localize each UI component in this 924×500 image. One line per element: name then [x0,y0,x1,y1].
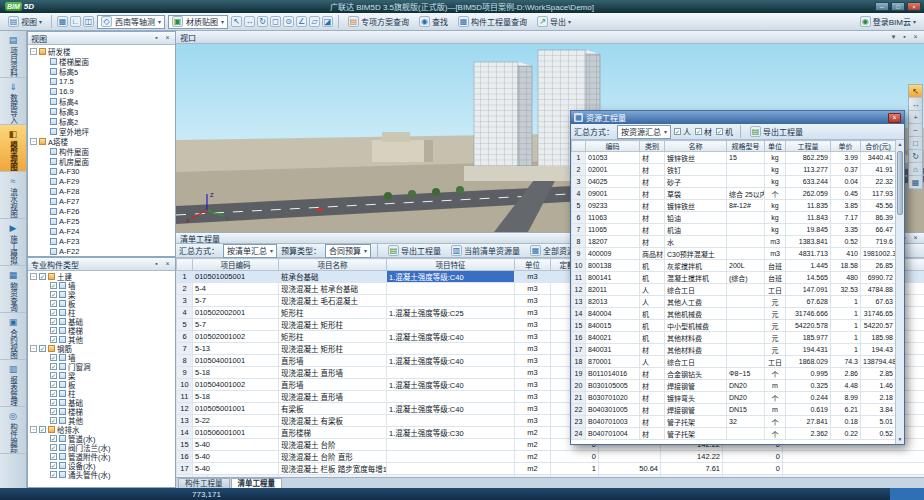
tree-item[interactable]: ✓板 [28,380,175,389]
special-plan-query-button[interactable]: ▤专项方案查询 [344,14,413,29]
tree-item[interactable]: 标高3 [28,106,175,116]
resource-row[interactable]: 23B040701003材管子托架32个27.8410.185.01 [572,416,896,428]
checkbox-icon[interactable]: ✓ [50,372,57,379]
checkbox-icon[interactable]: ✓ [50,417,57,424]
pan-hand-icon[interactable]: ↔ [909,98,922,111]
checkbox-icon[interactable]: ✓ [716,128,723,135]
resource-summary-dropdown[interactable]: 按资源汇总 ▾ [617,125,671,139]
column-header[interactable]: 工程量 [786,141,831,152]
current-list-resource-button[interactable]: ▥当前清单资源量 [447,243,524,258]
resource-row[interactable]: 22B040301005材焊接钢管DN15m0.6196.213.84 [572,404,896,416]
tree-item[interactable]: 室外地坪 [28,126,175,136]
checkbox-icon[interactable]: ✓ [50,363,57,370]
zoom-window-icon[interactable]: □ [909,137,922,150]
pin-icon[interactable]: ▪ [152,34,161,43]
quantity-row[interactable]: 165-40现浇混凝土 台阶 直形m20142.220 [177,451,924,463]
checkbox-icon[interactable]: ✓ [50,399,57,406]
checkbox-icon[interactable]: ✓ [39,345,46,352]
tree-item[interactable]: A-F25 [28,216,175,226]
zoom-out-icon[interactable]: − [909,124,922,137]
checkbox-icon[interactable]: ✓ [50,435,57,442]
side-tab-data-import[interactable]: ⇓数据导入 [0,78,26,125]
tree-item[interactable]: ✓楼梯 [28,326,175,335]
side-tab-report-management[interactable]: ▥报表管理 [0,360,26,407]
tree-item[interactable]: ✓梁 [28,290,175,299]
resource-row[interactable]: 202001材铁钉kg113.2770.3741.91 [572,164,896,176]
resource-row[interactable]: 19B011014016材合金钢钻头Φ8~15个0.9952.862.85 [572,368,896,380]
checkbox-icon[interactable]: ✓ [50,453,57,460]
column-header[interactable]: 项目名称 [279,259,387,271]
close-icon[interactable]: × [163,34,172,43]
resource-row[interactable]: 24B040701004材管子托架个2.3620.220.52 [572,428,896,440]
checkbox-icon[interactable]: ✓ [50,318,57,325]
tree-item[interactable]: 标高5 [28,66,175,76]
tree-item[interactable]: A-F27 [28,196,175,206]
tree-item[interactable]: ✓基础 [28,317,175,326]
resource-row[interactable]: 1382013人其他人工费元67.628167.63 [572,296,896,308]
maximize-button[interactable]: □ [891,2,905,11]
side-tab-construction-simulation[interactable]: ▶施工模拟 [0,219,26,266]
checkbox-icon[interactable]: ✓ [50,300,57,307]
orbit-icon[interactable]: ↻ [909,150,922,163]
tab-清单工程量[interactable]: 清单工程量 [231,478,283,488]
column-header[interactable]: 类别 [640,141,665,152]
material-mode-dropdown[interactable]: ▣ 材质贴图 ▾ [168,15,228,29]
tree-item[interactable]: 构件屋面 [28,146,175,156]
resource-row[interactable]: 20B030105005材焊接钢管DN20m0.3254.481.46 [572,380,896,392]
scroll-thumb[interactable] [897,151,903,215]
expander-icon[interactable]: - [30,138,37,145]
tree-item[interactable]: ✓板 [28,299,175,308]
tree-item[interactable]: A-F30 [28,166,175,176]
resource-row[interactable]: 16840021机其他材料费元185.9771185.98 [572,332,896,344]
visibility-icon[interactable]: ◪ [322,16,333,27]
checkbox-icon[interactable]: ✓ [674,128,681,135]
close-icon[interactable]: × [911,33,920,42]
column-header[interactable]: 项目特征 [387,259,515,271]
checkbox-icon[interactable]: ✓ [39,426,46,433]
side-tab-material-query[interactable]: ▦物资查询 [0,266,26,313]
tree-item[interactable]: 标高2 [28,116,175,126]
tree-item[interactable]: ✓墙 [28,353,175,362]
resource-window-titlebar[interactable]: ▦ 资源工程量 × [571,111,904,124]
resource-export-button[interactable]: ▤ 导出工程量 [746,124,807,139]
side-tab-flow-view[interactable]: ≈流水视图 [0,172,26,219]
tree-item[interactable]: 16.9 [28,86,175,96]
export-button[interactable]: ↗导出▾ [533,14,575,29]
tree-item[interactable]: -✓给排水 [28,425,175,434]
zoom-window-icon[interactable]: ◻ [270,16,281,27]
resource-scrollbar[interactable]: ▲ ▼ [895,140,904,444]
scroll-up-icon[interactable]: ▲ [896,140,904,149]
resource-row[interactable]: 611063材铅油kg11.8437.1786.39 [572,212,896,224]
tree-item[interactable]: ✓柱 [28,308,175,317]
summary-mode-dropdown[interactable]: 按清单汇总 ▾ [223,244,277,258]
tree-item[interactable]: -✓钢筋 [28,344,175,353]
column-header[interactable]: 单位 [765,141,786,152]
checkbox-icon[interactable]: ✓ [695,128,702,135]
tree-item[interactable]: ✓门窗洞 [28,362,175,371]
resource-row[interactable]: 818207材水m31383.8410.52719.6 [572,236,896,248]
tree-item[interactable]: ✓其他 [28,335,175,344]
pin-icon[interactable]: ▪ [152,260,161,269]
expander-icon[interactable]: - [30,273,37,280]
tree-item[interactable]: ✓通头管件(水) [28,470,175,479]
resource-row[interactable]: 15840015机中小型机械费元54220.578154220.57 [572,320,896,332]
column-header[interactable]: 规格型号 [727,141,765,152]
tree-item[interactable]: ✓管道附件(水) [28,452,175,461]
checkbox-icon[interactable]: ✓ [50,354,57,361]
side-tab-project-info[interactable]: ▤项目资料 [0,31,26,78]
tree-item[interactable]: ✓其他 [28,416,175,425]
tab-构件工程量[interactable]: 构件工程量 [178,478,230,488]
filter-人[interactable]: ✓人 [674,126,691,137]
expander-icon[interactable]: - [30,48,37,55]
column-header[interactable]: 名称 [665,141,727,152]
tree-item[interactable]: A-F22 [28,246,175,256]
side-tab-model-view[interactable]: ◧模型视图 [0,125,26,172]
resource-row[interactable]: 18870001人综合工日工日1868.02974.3138794.48 [572,356,896,368]
checkbox-icon[interactable]: ✓ [39,273,46,280]
select-arrow-icon[interactable]: ↖ [231,16,242,27]
close-icon[interactable]: × [911,234,920,243]
column-header[interactable]: 项目编码 [193,259,279,271]
home-view-icon[interactable]: ⌂ [909,163,922,176]
close-button[interactable]: × [907,2,921,11]
tree-item[interactable]: ✓梁 [28,371,175,380]
